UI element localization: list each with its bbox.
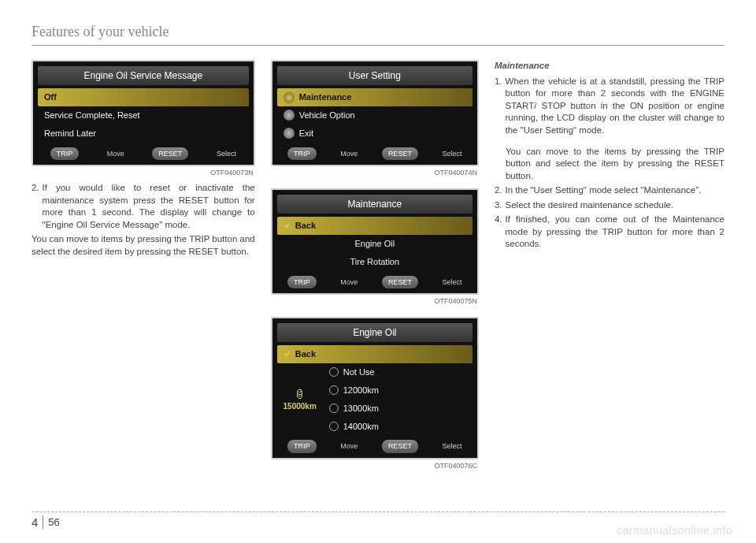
reset-button-label: RESET <box>382 276 418 288</box>
reset-button-label: RESET <box>382 440 418 452</box>
column-3: Maintenance 1. When the vehicle is at a … <box>495 60 724 475</box>
lcd-title: User Setting <box>277 66 472 85</box>
move-label: Move <box>340 441 358 451</box>
figure-code: OTF040075N <box>271 296 477 306</box>
reset-button-label: RESET <box>382 147 418 160</box>
list-number: 1. <box>495 76 502 137</box>
select-label: Select <box>217 149 236 158</box>
trip-button-label: TRIP <box>287 440 317 452</box>
figure-code: OTF040076C <box>271 461 477 470</box>
menu-label: Back <box>295 220 316 232</box>
lcd-title: Maintenance <box>277 195 472 214</box>
option-14000: 14000km <box>323 418 472 436</box>
menu-item-service-complete: Service Complete, Reset <box>38 106 249 125</box>
option-not-use: Not Use <box>323 363 472 381</box>
lcd-title: Engine Oil <box>277 323 472 342</box>
menu-label: Exit <box>299 128 313 139</box>
list-number: 2. <box>32 182 39 231</box>
column-1: Engine Oil Service Message Off Service C… <box>32 60 255 475</box>
column-2: User Setting Maintenance Vehicle Option … <box>271 60 479 475</box>
chapter-number: 4 <box>32 515 43 529</box>
lcd-user-setting: User Setting Maintenance Vehicle Option … <box>271 60 479 166</box>
reset-button-label: RESET <box>152 147 188 160</box>
menu-item-tire-rotation: Tire Rotation <box>277 253 472 271</box>
radio-icon <box>329 385 339 395</box>
lcd-maintenance: Maintenance ⤶ Back Engine Oil Tire Rotat… <box>271 188 479 295</box>
list-number: 2. <box>495 184 502 197</box>
menu-item-back: ⤶ Back <box>277 217 472 235</box>
radio-icon <box>329 422 339 431</box>
option-label: Not Use <box>343 366 375 378</box>
list-text: When the vehicle is at a standstill, pre… <box>506 76 724 137</box>
list-number: 3. <box>495 199 502 212</box>
oil-can-icon: 🛢 <box>295 387 306 402</box>
lcd-engine-oil-service: Engine Oil Service Message Off Service C… <box>32 60 255 166</box>
menu-label: Vehicle Option <box>299 110 355 121</box>
menu-item-maintenance: Maintenance <box>277 88 472 106</box>
lcd-footer: TRIP Move RESET Select <box>38 147 249 160</box>
list-text: In the "User Setting" mode select "Maint… <box>506 184 702 197</box>
option-13000: 13000km <box>323 400 472 418</box>
menu-label: Maintenance <box>299 91 352 103</box>
list-text: Select the desired maintenance schedule. <box>506 199 674 212</box>
lcd-engine-oil-options: Engine Oil ⤶ Back 🛢 15000km Not Use 1200… <box>271 317 479 459</box>
option-label: 14000km <box>343 421 379 433</box>
menu-item-remind-later: Remind Later <box>38 125 249 143</box>
select-label: Select <box>443 277 462 287</box>
trip-button-label: TRIP <box>287 276 317 288</box>
vehicle-option-icon <box>284 110 295 121</box>
move-label: Move <box>107 149 124 158</box>
option-12000: 12000km <box>323 381 472 400</box>
move-label: Move <box>340 149 358 158</box>
back-arrow-icon: ⤶ <box>284 220 291 232</box>
watermark: carmanualsonline.info <box>617 524 732 537</box>
radio-icon <box>329 404 339 413</box>
maintenance-icon <box>284 92 295 103</box>
radio-icon <box>329 367 339 377</box>
current-value: 15000km <box>284 401 317 412</box>
select-label: Select <box>443 441 462 451</box>
back-arrow-icon: ⤶ <box>284 348 291 360</box>
sub-paragraph: You can move to items by pressing the TR… <box>32 233 255 258</box>
list-text: If finished, you can come out of the Mai… <box>506 214 724 251</box>
sub-paragraph: You can move to the items by pressing th… <box>506 146 724 183</box>
figure-code: OTF040074N <box>271 168 477 177</box>
menu-item-back: ⤶ Back <box>277 345 472 363</box>
list-number: 4. <box>495 214 502 251</box>
trip-button-label: TRIP <box>287 147 317 160</box>
menu-label: Back <box>295 348 316 360</box>
body-text: 2. If you would like to reset or inactiv… <box>32 182 255 258</box>
option-label: 12000km <box>343 385 379 396</box>
menu-item-exit: Exit <box>277 125 472 143</box>
menu-item-vehicle-option: Vehicle Option <box>277 106 472 125</box>
page-header: Features of your vehicle <box>32 24 724 46</box>
menu-item-off: Off <box>38 88 249 106</box>
content-columns: Engine Oil Service Message Off Service C… <box>32 60 724 475</box>
lcd-footer: TRIP Move RESET Select <box>277 440 472 452</box>
exit-icon <box>284 128 295 139</box>
option-label: 13000km <box>343 403 379 415</box>
lcd-title: Engine Oil Service Message <box>38 66 249 85</box>
select-label: Select <box>443 149 462 158</box>
move-label: Move <box>340 277 358 287</box>
menu-item-engine-oil: Engine Oil <box>277 235 472 253</box>
page-number: 56 <box>48 516 59 528</box>
figure-code: OTF040073N <box>32 168 254 177</box>
section-heading: Maintenance <box>495 60 724 73</box>
trip-button-label: TRIP <box>50 147 80 160</box>
lcd-footer: TRIP Move RESET Select <box>277 276 472 288</box>
lcd-footer: TRIP Move RESET Select <box>277 147 472 160</box>
list-text: If you would like to reset or inactivate… <box>43 182 255 231</box>
